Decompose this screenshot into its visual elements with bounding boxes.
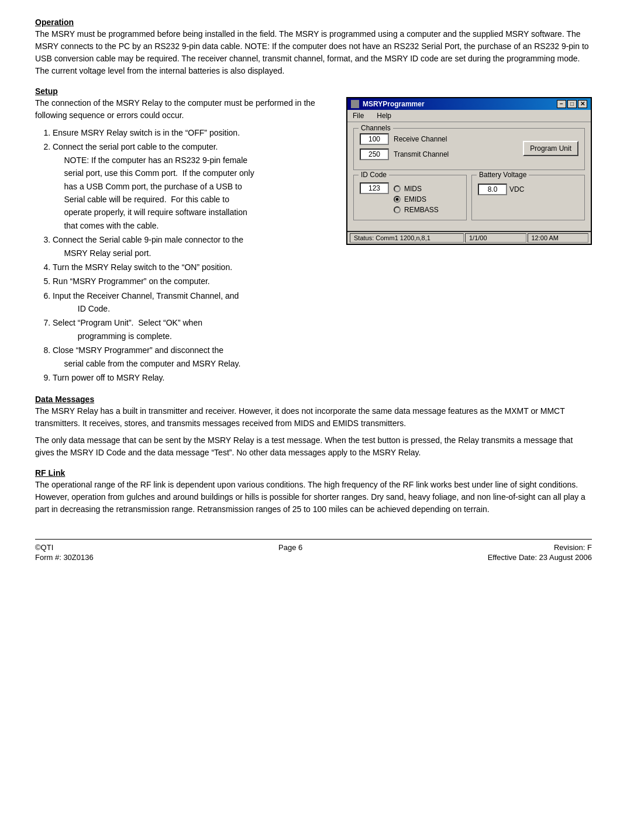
footer-copyright: ©QTI — [35, 543, 94, 552]
data-messages-para-2: The only data message that can be sent b… — [35, 434, 592, 459]
setup-steps-list: Ensure MSRY Relay switch is in the “OFF”… — [53, 126, 335, 384]
footer-right: Revision: F Effective Date: 23 August 20… — [488, 543, 592, 562]
battery-group-label: Battery Voltage — [477, 171, 529, 179]
menu-help[interactable]: Help — [375, 111, 393, 120]
footer: ©QTI Form #: 30Z0136 Page 6 Revision: F … — [35, 539, 592, 562]
radio-mids-row: MIDS — [394, 185, 439, 193]
channels-block: Receive Channel Transmit Channel — [360, 133, 517, 164]
transmit-channel-label: Transmit Channel — [394, 150, 449, 158]
titlebar-buttons: − □ ✕ — [557, 100, 587, 108]
app-icon — [351, 100, 359, 108]
data-messages-para-1: The MSRY Relay has a built in transmitte… — [35, 405, 592, 430]
step-2: Connect the serial port cable to the com… — [53, 140, 335, 232]
step-9: Turn power off to MSRY Relay. — [53, 371, 335, 384]
step-4: Turn the MSRY Relay switch to the “ON” p… — [53, 261, 335, 274]
vdc-label: VDC — [509, 185, 524, 193]
radio-mids-label: MIDS — [404, 185, 422, 193]
dialog-window: MSRYProgrammer − □ ✕ File Help — [346, 97, 592, 245]
msry-programmer-dialog: MSRYProgrammer − □ ✕ File Help — [346, 97, 592, 245]
radio-mids[interactable] — [394, 185, 401, 192]
radio-group: MIDS EMIDS REMBASS — [394, 185, 439, 214]
receive-channel-label: Receive Channel — [394, 135, 447, 143]
step-3: Connect the Serial cable 9-pin male conn… — [53, 233, 335, 260]
status-time: 12:00 AM — [528, 233, 589, 243]
transmit-channel-row: Transmit Channel — [360, 148, 517, 160]
maximize-button[interactable]: □ — [567, 100, 577, 108]
radio-rembass-row: REMBASS — [394, 206, 439, 214]
statusbar: Status: Comm1 1200,n,8,1 1/1/00 12:00 AM — [347, 231, 591, 244]
setup-text-col: The connection of the MSRY Relay to the … — [35, 97, 335, 385]
battery-value-input[interactable] — [478, 184, 507, 195]
operation-section: Operation The MSRY must be programmed be… — [35, 18, 592, 77]
footer-center: Page 6 — [278, 543, 302, 562]
status-date: 1/1/00 — [465, 233, 526, 243]
battery-groupbox: Battery Voltage VDC — [471, 175, 585, 220]
channels-groupbox: Channels Receive Channel Transmit Channe… — [353, 128, 585, 170]
titlebar: MSRYProgrammer − □ ✕ — [347, 98, 591, 110]
data-messages-section: Data Messages The MSRY Relay has a built… — [35, 395, 592, 459]
idcode-row: MIDS EMIDS REMBASS — [360, 182, 460, 214]
setup-intro: The connection of the MSRY Relay to the … — [35, 97, 335, 122]
rf-link-text: The operational range of the RF link is … — [35, 479, 592, 516]
radio-rembass[interactable] — [394, 206, 401, 213]
step-1: Ensure MSRY Relay switch is in the “OFF”… — [53, 126, 335, 139]
setup-section: Setup The connection of the MSRY Relay t… — [35, 87, 592, 385]
channels-and-program: Receive Channel Transmit Channel Program… — [360, 133, 578, 164]
idcode-group-label: ID Code — [359, 171, 389, 179]
dialog-body: Channels Receive Channel Transmit Channe… — [347, 122, 591, 231]
footer-page: Page 6 — [278, 543, 302, 552]
footer-revision: Revision: F — [488, 543, 592, 552]
menubar: File Help — [347, 110, 591, 122]
vdc-row: VDC — [478, 184, 578, 195]
titlebar-left: MSRYProgrammer — [351, 100, 425, 108]
step-5: Run “MSRY Programmer” on the computer. — [53, 275, 335, 288]
step-6: Input the Receiver Channel, Transmit Cha… — [53, 289, 335, 316]
radio-rembass-label: REMBASS — [404, 206, 439, 214]
idcode-input[interactable] — [360, 182, 389, 194]
setup-title: Setup — [35, 87, 592, 96]
data-messages-title: Data Messages — [35, 395, 592, 404]
channels-group-label: Channels — [359, 124, 393, 132]
step-8: Close “MSRY Programmer” and disconnect t… — [53, 344, 335, 370]
receive-channel-input[interactable] — [360, 133, 389, 145]
close-button[interactable]: ✕ — [578, 100, 587, 108]
step-7: Select “Program Unit”. Select “OK” when … — [53, 316, 335, 343]
minimize-button[interactable]: − — [557, 100, 566, 108]
footer-left: ©QTI Form #: 30Z0136 — [35, 543, 94, 562]
rf-link-title: RF Link — [35, 468, 592, 478]
footer-effective-date: Effective Date: 23 August 2006 — [488, 553, 592, 562]
lower-row: ID Code MIDS — [353, 175, 585, 225]
operation-text: The MSRY must be programmed before being… — [35, 28, 592, 77]
radio-emids[interactable] — [394, 196, 401, 203]
status-comm: Status: Comm1 1200,n,8,1 — [350, 233, 464, 243]
dialog-title: MSRYProgrammer — [363, 100, 425, 108]
menu-file[interactable]: File — [351, 111, 366, 120]
radio-emids-label: EMIDS — [404, 195, 426, 203]
footer-form: Form #: 30Z0136 — [35, 553, 94, 562]
program-btn-block: Program Unit — [517, 141, 578, 156]
receive-channel-row: Receive Channel — [360, 133, 517, 145]
operation-title: Operation — [35, 18, 592, 27]
rf-link-section: RF Link The operational range of the RF … — [35, 468, 592, 516]
idcode-groupbox: ID Code MIDS — [353, 175, 467, 220]
transmit-channel-input[interactable] — [360, 148, 389, 160]
program-unit-button[interactable]: Program Unit — [523, 141, 578, 156]
radio-emids-row: EMIDS — [394, 195, 439, 203]
